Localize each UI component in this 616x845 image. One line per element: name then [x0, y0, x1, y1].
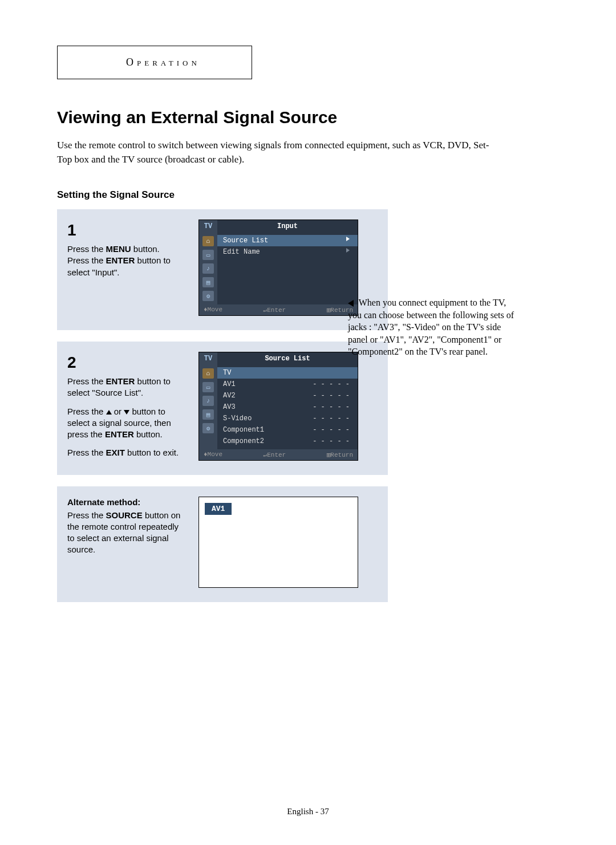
- source-item-av2: AV2- - - - -: [217, 390, 358, 401]
- input-menu-screenshot: TV Input ⌂ ▭ ♪ ▤ ⚙ Source List: [198, 220, 358, 316]
- input-icon: ⌂: [202, 236, 214, 246]
- side-note-text: When you connect equipment to the TV, yo…: [348, 298, 514, 356]
- sub-heading: Setting the Signal Source: [57, 189, 559, 201]
- step-1-text: 1 Press the MENU button. Press the ENTER…: [67, 220, 187, 316]
- step-2-text: 2 Press the ENTER button to select "Sour…: [67, 352, 187, 461]
- input-icon: ⌂: [202, 368, 214, 379]
- section-header: Operation: [126, 56, 200, 68]
- sound-icon: ♪: [202, 396, 214, 406]
- intro-text: Use the remote control to switch between…: [57, 139, 502, 166]
- side-note: When you connect equipment to the TV, yo…: [348, 296, 519, 358]
- alternate-heading: Alternate method:: [67, 497, 187, 508]
- picture-icon: ▭: [202, 382, 214, 392]
- step-2-screen: TV Source List ⌂ ▭ ♪ ▤ ⚙ TV AV1- - - - -: [198, 352, 378, 461]
- step-1-number: 1: [67, 220, 187, 241]
- chevron-right-icon: [346, 248, 350, 253]
- up-arrow-icon: [106, 410, 112, 415]
- menu-item-source-list: Source List: [217, 235, 358, 246]
- picture-icon: ▭: [202, 250, 214, 260]
- page-title: Viewing an External Signal Source: [57, 108, 559, 127]
- setup-icon: ⚙: [202, 291, 214, 301]
- section-header-box: Operation: [57, 46, 252, 79]
- step-2-line-1: Press the ENTER button to select "Source…: [67, 376, 187, 399]
- step-2-line-2: Press the or button to select a signal s…: [67, 406, 187, 441]
- source-item-svideo: S-Video- - - - -: [217, 413, 358, 424]
- step-1-line-2: Press the ENTER button to select "Input"…: [67, 255, 187, 278]
- triangle-left-icon: [348, 300, 354, 307]
- footer-enter: ↵Enter: [264, 451, 286, 458]
- alternate-text: Alternate method: Press the SOURCE butto…: [67, 497, 187, 588]
- footer-move: ♦Move: [204, 306, 222, 314]
- channel-icon: ▤: [202, 409, 214, 420]
- source-item-av1: AV1- - - - -: [217, 379, 358, 390]
- step-2-block: 2 Press the ENTER button to select "Sour…: [57, 342, 388, 475]
- source-item-tv: TV: [217, 367, 358, 379]
- setup-icon: ⚙: [202, 423, 214, 433]
- menu-footer: ♦Move ↵Enter ▥Return: [199, 304, 358, 315]
- alternate-line: Press the SOURCE button on the remote co…: [67, 510, 187, 556]
- step-2-line-3: Press the EXIT button to exit.: [67, 447, 187, 458]
- source-list: TV AV1- - - - - AV2- - - - - AV3- - - - …: [217, 365, 358, 449]
- footer-move: ♦Move: [204, 451, 222, 458]
- chevron-right-icon: [346, 237, 350, 241]
- alternate-method-block: Alternate method: Press the SOURCE butto…: [57, 486, 388, 602]
- source-item-component2: Component2- - - - -: [217, 436, 358, 447]
- menu-title-input: Input: [217, 220, 358, 233]
- step-1-line-1: Press the MENU button.: [67, 243, 187, 255]
- menu-title-sourcelist: Source List: [217, 352, 358, 365]
- menu-tv-label: TV: [199, 355, 217, 363]
- menu-footer: ♦Move ↵Enter ▥Return: [199, 449, 358, 460]
- footer-return: ▥Return: [327, 451, 353, 458]
- menu-item-edit-name: Edit Name: [217, 246, 358, 258]
- step-2-number: 2: [67, 352, 187, 373]
- menu-side-icons: ⌂ ▭ ♪ ▤ ⚙: [199, 365, 217, 449]
- source-item-av3: AV3- - - - -: [217, 401, 358, 413]
- footer-enter: ↵Enter: [264, 306, 286, 314]
- channel-icon: ▤: [202, 277, 214, 287]
- page-number: English - 37: [0, 807, 616, 816]
- alternate-screen: AV1: [198, 497, 378, 588]
- source-list-menu-screenshot: TV Source List ⌂ ▭ ♪ ▤ ⚙ TV AV1- - - - -: [198, 352, 358, 461]
- source-item-component1: Component1- - - - -: [217, 424, 358, 436]
- menu-side-icons: ⌂ ▭ ♪ ▤ ⚙: [199, 233, 217, 304]
- sound-icon: ♪: [202, 263, 214, 274]
- av1-screenshot: AV1: [198, 497, 358, 588]
- menu-tv-label: TV: [199, 222, 217, 230]
- down-arrow-icon: [124, 410, 129, 415]
- av1-badge: AV1: [205, 503, 232, 515]
- input-menu-list: Source List Edit Name: [217, 233, 358, 304]
- step-1-block: 1 Press the MENU button. Press the ENTER…: [57, 209, 388, 330]
